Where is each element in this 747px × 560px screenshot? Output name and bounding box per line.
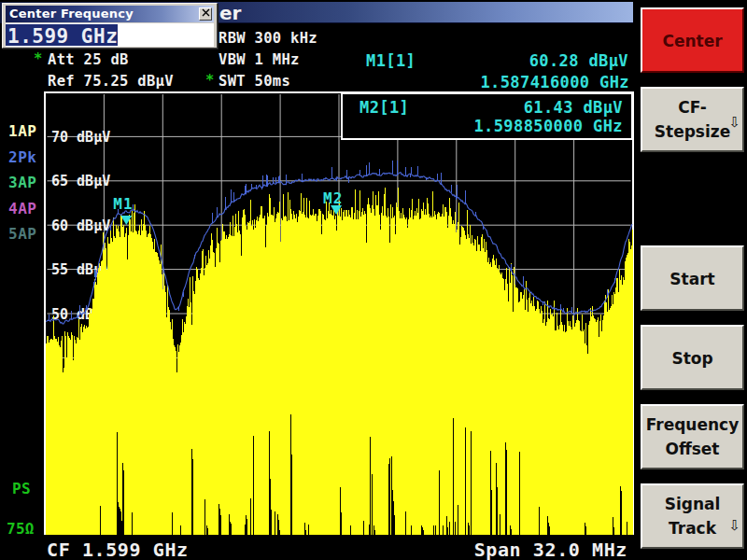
softkey-label: CF- [642, 100, 742, 116]
marker1-level: 60.28 dBµV [395, 51, 628, 70]
softkey-label: Stepsize [642, 124, 742, 140]
span-footer: Span 32.0 MHz [394, 539, 627, 560]
dialog-title: Center Frequency [9, 7, 134, 21]
center-frequency-dialog: Center Frequency 1.599 GHz [2, 3, 218, 49]
softkey-label: Frequency [642, 417, 742, 433]
trace-label-3AP: 3AP [8, 174, 46, 191]
att-modified-asterisk: * [34, 50, 43, 67]
softkey-label: Track [642, 521, 742, 537]
trace-label-2Pk: 2Pk [8, 148, 46, 166]
softkey-label: Start [642, 272, 742, 287]
y-axis-label: 65 dBµV [51, 173, 110, 189]
rbw-readout: RBW 300 kHz [218, 30, 317, 47]
submenu-arrow-icon: ⇩ [728, 517, 740, 534]
marker2-readout-box: M2[1] 61.43 dBµV 1.598850000 GHz [341, 92, 633, 140]
swt-readout: SWT 50ms [218, 73, 290, 90]
menu-title-text: er [219, 4, 241, 22]
submenu-arrow-icon: ⇩ [728, 114, 740, 131]
vbw-readout: VBW 1 MHz [218, 51, 300, 68]
softkey-label: Offset [642, 441, 742, 457]
softkey-label: Stop [642, 351, 742, 367]
marker1-frequency: 1.587416000 GHz [395, 73, 629, 91]
softkey-label: Center [642, 34, 742, 49]
softkey-signal-track[interactable]: SignalTrack⇩ [641, 483, 744, 549]
trace1-area [47, 188, 633, 535]
marker-M2-label: M2 [323, 189, 343, 207]
center-frequency-footer: CF 1.599 GHz [47, 539, 189, 560]
ps-label: PS [12, 480, 31, 497]
swt-modified-asterisk: * [205, 72, 215, 89]
impedance-label: 75Ω [7, 520, 35, 538]
marker-M1-label: M1 [113, 195, 133, 213]
softkey-label: Signal [642, 497, 742, 512]
dialog-title-bar[interactable]: Center Frequency [6, 6, 214, 22]
marker2-frequency: 1.598850000 GHz [388, 117, 623, 135]
dialog-close-button[interactable] [199, 7, 212, 21]
close-icon [202, 8, 210, 17]
softkey-center[interactable]: Center [641, 7, 744, 73]
y-axis-label: 60 dBµV [51, 217, 110, 234]
spectrum-analyzer-screen: er 70 dBµV65 dBµV60 dBµV55 dBµV50 dBµV *… [0, 0, 747, 560]
trace-label-4AP: 4AP [8, 200, 46, 217]
ref-level-readout: Ref 75.25 dBµV [48, 73, 174, 90]
softkey-cf--stepsize[interactable]: CF-Stepsize⇩ [641, 87, 744, 152]
trace-label-5AP: 5AP [8, 225, 46, 243]
softkey-frequency-offset[interactable]: FrequencyOffset [641, 404, 744, 469]
trace-label-1AP: 1AP [8, 122, 46, 140]
softkey-stop[interactable]: Stop [641, 325, 744, 390]
y-axis-label: 70 dBµV [51, 129, 110, 146]
frequency-entry-value: 1.599 GHz [7, 25, 118, 48]
frequency-entry-field[interactable]: 1.599 GHz [6, 23, 214, 47]
marker2-level: 61.43 dBµV [389, 98, 623, 117]
softkey-start[interactable]: Start [641, 245, 744, 311]
attenuation-readout: Att 25 dB [48, 51, 129, 68]
